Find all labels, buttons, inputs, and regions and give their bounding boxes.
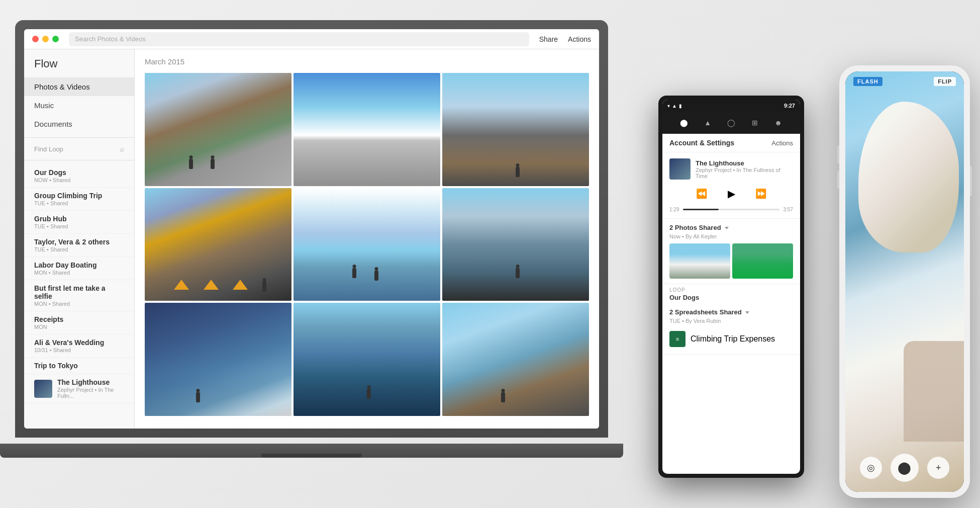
rewind-button[interactable]: ⏪ — [696, 188, 707, 199]
loop-item-selfie[interactable]: But first let me take a selfie MON • Sha… — [24, 280, 134, 311]
share-button[interactable]: Share — [539, 35, 558, 43]
laptop-base — [0, 444, 623, 458]
battery-icon: ▮ — [679, 103, 682, 109]
shared-sheets-meta: TUE • By Vera Rubin — [669, 318, 793, 324]
iphone-photo-content — [845, 71, 964, 492]
dog-silhouette — [858, 102, 959, 252]
find-loop-search[interactable]: Find Loop ⌕ — [24, 142, 134, 156]
iphone-sleep-button[interactable] — [970, 166, 972, 196]
sheet-row: ≡ Climbing Trip Expenses — [669, 328, 793, 350]
chevron-down-icon-2 — [745, 311, 749, 314]
loop-item-lighthouse[interactable]: The Lighthouse Zephyr Project • In The F… — [24, 374, 134, 403]
app-titlebar: Search Photos & Videos Share Actions — [24, 29, 599, 49]
main-content: March 2015 — [135, 49, 599, 429]
shared-sheets-title: 2 Spreadsheets Shared — [669, 308, 749, 316]
sidebar-item-photos-videos[interactable]: Photos & Videos — [24, 77, 134, 96]
loop-item-group-climbing[interactable]: Group Climbing Trip TUE • Shared — [24, 188, 134, 211]
iphone-volume-down-button[interactable] — [837, 171, 839, 189]
loop-thumbnail — [34, 380, 52, 398]
iphone-volume-up-button[interactable] — [837, 146, 839, 163]
play-button[interactable]: ▶ — [722, 185, 740, 203]
photo-8[interactable] — [293, 303, 440, 416]
photo-6[interactable] — [442, 188, 589, 301]
search-placeholder: Search Photos & Videos — [75, 35, 146, 43]
loop-label: LOOP — [662, 284, 800, 294]
photo-7[interactable] — [145, 303, 291, 416]
nav-grid-icon[interactable]: ⊞ — [749, 117, 760, 128]
scene: Search Photos & Videos Share Actions Flo… — [0, 0, 980, 508]
search-icon[interactable]: ⌕ — [120, 145, 124, 153]
loop-item-wedding[interactable]: Ali & Vera's Wedding 10/31 • Shared — [24, 334, 134, 358]
nav-circle-icon[interactable]: ◯ — [726, 117, 737, 128]
shared-header: 2 Photos Shared — [669, 224, 793, 231]
close-icon[interactable] — [32, 36, 39, 42]
android-header: Account & Settings Actions — [662, 134, 800, 152]
android-nav-bar: ⬤ ▲ ◯ ⊞ ☻ — [662, 112, 800, 134]
camera-button-left[interactable]: ◎ — [860, 457, 882, 479]
sidebar-divider-2 — [24, 160, 134, 160]
shared-sheets-header: 2 Spreadsheets Shared — [669, 308, 793, 316]
loop-item-tokyo[interactable]: Trip to Tokyo — [24, 358, 134, 374]
minimize-icon[interactable] — [42, 36, 49, 42]
time-current: 1:29 — [669, 207, 679, 212]
photo-1[interactable] — [145, 73, 291, 186]
search-bar[interactable]: Search Photos & Videos — [69, 32, 529, 46]
nav-home-icon[interactable]: ⬤ — [678, 117, 690, 128]
photo-3[interactable] — [442, 73, 589, 186]
shared-photo-dog-outdoors[interactable] — [669, 243, 730, 279]
loop-item-taylor-vera[interactable]: Taylor, Vera & 2 others TUE • Shared — [24, 234, 134, 257]
photo-grid — [145, 73, 589, 416]
nav-triangle-icon[interactable]: ▲ — [702, 117, 713, 128]
photo-5[interactable] — [293, 188, 440, 301]
shutter-button[interactable]: ⬤ — [891, 454, 919, 482]
iphone-top-bar: FLASH FLIP — [845, 71, 964, 92]
track-title: The Lighthouse — [696, 159, 793, 167]
actions-button[interactable]: Actions — [568, 35, 591, 43]
laptop: Search Photos & Videos Share Actions Flo… — [15, 20, 608, 458]
loop-item-labor-day[interactable]: Labor Day Boating MON • Shared — [24, 257, 134, 280]
sidebar-item-documents[interactable]: Documents — [24, 115, 134, 133]
sheet-name: Climbing Trip Expenses — [691, 334, 775, 344]
titlebar-actions: Share Actions — [539, 35, 591, 43]
android-status-bar: ▾ ▲ ▮ 9:27 — [662, 100, 800, 112]
shared-photos-row — [669, 243, 793, 279]
fast-forward-button[interactable]: ⏩ — [755, 188, 766, 199]
wifi-icon: ▾ — [667, 103, 670, 109]
photo-2[interactable] — [293, 73, 440, 186]
android-header-title: Account & Settings — [669, 139, 734, 147]
window-controls — [32, 36, 59, 42]
maximize-icon[interactable] — [52, 36, 59, 42]
shared-photos-section: 2 Photos Shared Now • By Ali Kepler — [662, 219, 800, 284]
album-art — [669, 158, 691, 180]
flip-button[interactable]: FLIP — [934, 77, 956, 86]
iphone-bottom-controls: ◎ ⬤ + — [845, 454, 964, 482]
sidebar-divider — [24, 137, 134, 138]
laptop-screen: Search Photos & Videos Share Actions Flo… — [24, 29, 599, 429]
flash-logo: FLASH — [853, 77, 883, 86]
add-button[interactable]: + — [927, 457, 949, 479]
progress-bar[interactable] — [683, 209, 779, 210]
loop-item-grub-hub[interactable]: Grub Hub TUE • Shared — [24, 211, 134, 234]
status-time: 9:27 — [784, 103, 795, 109]
android-header-action[interactable]: Actions — [771, 139, 793, 147]
iphone-screen: FLASH FLIP ◎ ⬤ + — [845, 71, 964, 492]
loop-item-our-dogs[interactable]: Our Dogs NOW • Shared — [24, 164, 134, 188]
laptop-body: Search Photos & Videos Share Actions Flo… — [15, 20, 608, 438]
app-body: Flow Photos & Videos Music Documents — [24, 49, 599, 429]
sidebar-item-music[interactable]: Music — [24, 96, 134, 115]
people-selfie — [904, 341, 964, 442]
shared-photos-meta: Now • By Ali Kepler — [669, 233, 793, 239]
photo-4[interactable] — [145, 188, 291, 301]
shared-sheets-section: 2 Spreadsheets Shared TUE • By Vera Rubi… — [662, 304, 800, 355]
android-phone: ▾ ▲ ▮ 9:27 ⬤ ▲ ◯ ⊞ ☻ Account & Settings … — [658, 96, 804, 478]
chevron-down-icon — [725, 227, 729, 229]
photo-9[interactable] — [442, 303, 589, 416]
nav-person-icon[interactable]: ☻ — [773, 117, 784, 128]
music-progress: 1:29 3:57 — [669, 207, 793, 212]
music-controls: ⏪ ▶ ⏩ — [669, 185, 793, 203]
shared-photo-green[interactable] — [732, 243, 793, 279]
loop-item-receipts[interactable]: Receipts MON — [24, 311, 134, 334]
iphone: FLASH FLIP ◎ ⬤ + — [839, 65, 970, 498]
music-player: The Lighthouse Zephyr Project • In The F… — [662, 152, 800, 219]
time-total: 3:57 — [783, 207, 793, 212]
